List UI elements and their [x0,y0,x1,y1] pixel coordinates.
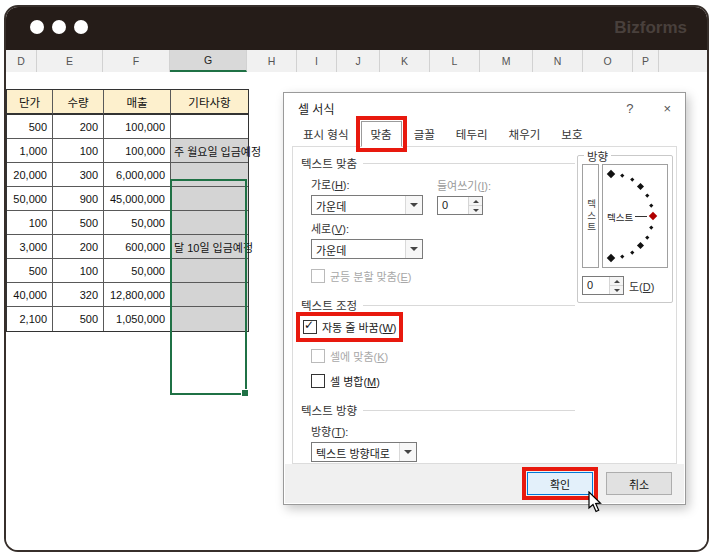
table-cell[interactable]: 2,100 [7,307,53,331]
table-header-cell[interactable]: 기타사항 [171,90,248,115]
horizontal-select[interactable]: 가운데 [311,195,423,215]
dial-tick-marker[interactable] [646,193,650,197]
table-cell[interactable]: 3,000 [7,235,53,259]
column-header-G[interactable]: G [170,50,247,72]
column-header-J[interactable]: J [337,50,380,72]
checkbox-icon[interactable] [311,269,325,283]
table-cell[interactable]: 40,000 [7,283,53,307]
indent-spinner[interactable]: 0 [437,196,483,215]
dial-tick-marker[interactable] [646,235,650,239]
table-cell[interactable]: 50,000 [104,259,171,283]
tab-2[interactable]: 맞춤 [361,121,402,147]
chevron-down-icon[interactable] [405,196,422,214]
dial-current-angle-marker[interactable] [649,212,657,220]
table-cell[interactable]: 300 [53,163,104,187]
table-cell[interactable]: 50,000 [104,211,171,235]
window-dot-icon[interactable] [52,20,66,34]
table-cell[interactable]: 600,000 [104,235,171,259]
close-icon[interactable]: × [663,101,671,116]
table-cell[interactable]: 900 [53,187,104,211]
dial-tick-marker[interactable] [630,178,634,182]
table-cell[interactable] [171,187,248,211]
table-cell[interactable]: 20,000 [7,163,53,187]
tab-3[interactable]: 글꼴 [405,122,444,146]
spinner-up-icon[interactable] [469,197,482,206]
column-header-K[interactable]: K [380,50,430,72]
orientation-dial[interactable]: 텍스트 [602,164,668,268]
dial-tick-marker[interactable] [637,242,644,249]
table-cell[interactable]: 50,000 [7,187,53,211]
dial-tick-marker[interactable] [637,183,644,190]
table-cell[interactable]: 100,000 [104,139,171,163]
table-cell[interactable]: 320 [53,283,104,307]
table-cell[interactable]: 12,800,000 [104,283,171,307]
column-header-H[interactable]: H [247,50,297,72]
cancel-button[interactable]: 취소 [606,472,672,495]
table-cell[interactable]: 200 [53,235,104,259]
table-cell[interactable]: 45,000,000 [104,187,171,211]
column-header-M[interactable]: M [480,50,533,72]
spinner-down-icon[interactable] [469,206,482,214]
table-cell[interactable]: 달 10일 입금예정 [171,235,248,259]
dial-tick-marker[interactable] [630,251,634,255]
column-header-E[interactable]: E [37,50,103,72]
table-header-cell[interactable]: 수량 [53,90,104,115]
fill-handle[interactable] [241,389,249,397]
spinner-up-icon[interactable] [610,277,623,286]
table-cell[interactable]: 1,000 [7,139,53,163]
tab-6[interactable]: 보호 [552,122,591,146]
tab-5[interactable]: 채우기 [500,122,550,146]
degrees-spinner[interactable]: 0 [582,276,624,295]
dial-tick-marker[interactable] [650,203,654,207]
dial-tick-marker[interactable] [607,254,615,262]
table-cell[interactable] [171,211,248,235]
window-dot-icon[interactable] [30,20,44,34]
wrap-text-checkbox-row[interactable]: 자동 줄 바꿈(W) [303,319,396,335]
column-header-D[interactable]: D [6,50,37,72]
column-header-N[interactable]: N [533,50,583,72]
table-cell[interactable]: 100,000 [104,115,171,139]
table-cell[interactable] [171,115,248,139]
chevron-down-icon[interactable] [399,443,416,461]
dialog-title-bar[interactable]: 셀 서식 ? × [284,93,685,123]
table-cell[interactable]: 500 [7,259,53,283]
column-header-F[interactable]: F [103,50,170,72]
table-cell[interactable]: 주 월요일 입금예정 [171,139,248,163]
table-cell[interactable]: 500 [53,307,104,331]
dial-tick-marker[interactable] [620,174,624,178]
table-cell[interactable]: 500 [53,211,104,235]
column-header-I[interactable]: I [297,50,337,72]
ok-button[interactable]: 확인 [527,472,593,495]
table-cell[interactable]: 100 [53,259,104,283]
column-header-P[interactable]: P [633,50,659,72]
table-cell[interactable] [171,163,248,187]
checkbox-icon[interactable] [311,349,325,363]
column-header-L[interactable]: L [430,50,480,72]
table-cell[interactable] [171,259,248,283]
merge-cells-checkbox-row[interactable]: 셀 병합(M) [311,373,575,389]
dial-tick-marker[interactable] [620,255,624,259]
vertical-select[interactable]: 가운데 [311,239,423,259]
window-dot-icon[interactable] [74,20,88,34]
table-cell[interactable] [171,283,248,307]
column-header-O[interactable]: O [583,50,633,72]
tab-1[interactable]: 표시 형식 [294,122,358,146]
table-cell[interactable]: 200 [53,115,104,139]
table-cell[interactable]: 500 [7,115,53,139]
help-icon[interactable]: ? [626,101,633,116]
dial-tick-marker[interactable] [607,170,615,178]
direction-select[interactable]: 텍스트 방향대로 [311,442,417,462]
table-cell[interactable] [171,307,248,331]
spinner-down-icon[interactable] [610,286,623,294]
table-cell[interactable]: 100 [53,139,104,163]
table-cell[interactable]: 6,000,000 [104,163,171,187]
chevron-down-icon[interactable] [405,240,422,258]
table-header-cell[interactable]: 매출 [104,90,171,115]
tab-4[interactable]: 테두리 [447,122,497,146]
vertical-text-option[interactable]: 텍스트 [582,164,599,268]
table-header-cell[interactable]: 단가 [7,90,53,115]
dial-tick-marker[interactable] [650,225,654,229]
table-cell[interactable]: 1,050,000 [104,307,171,331]
table-cell[interactable]: 100 [7,211,53,235]
checkbox-checked-icon[interactable] [303,320,317,334]
